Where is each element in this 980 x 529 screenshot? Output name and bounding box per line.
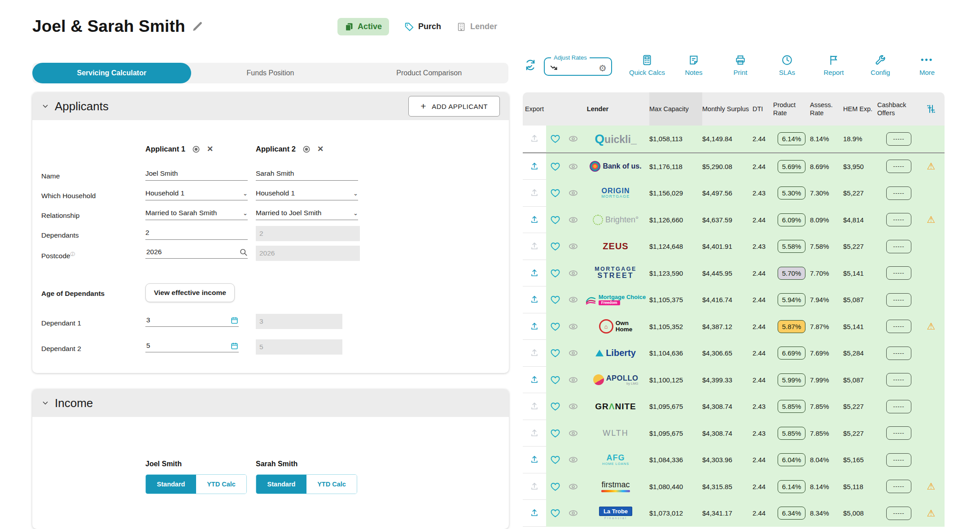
- cashback-offers-button[interactable]: -----: [886, 186, 912, 200]
- cashback-offers-button[interactable]: -----: [886, 480, 912, 493]
- remove-applicant1-icon[interactable]: ✕: [207, 144, 213, 154]
- export-button[interactable]: [523, 313, 546, 340]
- dependants-input-a1[interactable]: [145, 228, 248, 240]
- favorite-heart-icon[interactable]: [546, 340, 564, 367]
- trending-down-icon[interactable]: [549, 63, 559, 73]
- favorite-heart-icon[interactable]: [546, 180, 564, 207]
- product-rate-button[interactable]: 5.70%: [778, 267, 806, 280]
- tab-funds-position[interactable]: Funds Position: [191, 63, 350, 83]
- column-settings-icon[interactable]: [920, 104, 942, 114]
- household-select-a2[interactable]: Household 1⌄: [256, 188, 358, 200]
- cashback-offers-button[interactable]: -----: [886, 347, 912, 360]
- calendar-icon[interactable]: [230, 316, 239, 325]
- remove-applicant2-icon[interactable]: ✕: [317, 144, 324, 154]
- toggle-ytd-calc-a1[interactable]: YTD Calc: [196, 475, 246, 494]
- tab-servicing-calculator[interactable]: Servicing Calculator: [32, 63, 191, 83]
- column-header-product-rate[interactable]: Product Rate: [773, 92, 810, 126]
- cashback-offers-button[interactable]: -----: [886, 400, 912, 413]
- add-applicant-button[interactable]: + ADD APPLICANT: [408, 96, 500, 117]
- favorite-heart-icon[interactable]: [546, 126, 564, 152]
- visibility-eye-icon[interactable]: [564, 260, 582, 287]
- export-button[interactable]: [523, 447, 546, 473]
- search-icon[interactable]: [239, 248, 248, 256]
- cashback-offers-button[interactable]: -----: [886, 213, 912, 226]
- dependant2-age-input-a1[interactable]: [145, 341, 219, 350]
- column-header-dti[interactable]: DTI: [752, 92, 773, 126]
- product-rate-button[interactable]: 5.94%: [778, 293, 806, 306]
- toggle-standard-a2[interactable]: Standard: [256, 475, 306, 494]
- product-rate-button[interactable]: 6.69%: [778, 347, 806, 360]
- name-input-a2[interactable]: [256, 169, 358, 181]
- cashback-offers-button[interactable]: -----: [886, 453, 912, 467]
- cashback-offers-button[interactable]: -----: [886, 507, 912, 520]
- product-rate-button[interactable]: 5.87%: [778, 320, 806, 333]
- view-effective-income-button[interactable]: View effective income: [145, 283, 235, 302]
- household-select-a1[interactable]: Household 1⌄: [145, 188, 248, 200]
- cashback-offers-button[interactable]: -----: [886, 132, 912, 146]
- favorite-heart-icon[interactable]: [546, 447, 564, 473]
- relationship-select-a2[interactable]: Married to Joel Smith⌄: [256, 208, 358, 220]
- visibility-eye-icon[interactable]: [564, 367, 582, 394]
- visibility-eye-icon[interactable]: [564, 286, 582, 313]
- relationship-select-a1[interactable]: Married to Sarah Smith⌄: [145, 208, 248, 220]
- export-button[interactable]: [523, 233, 546, 260]
- export-button[interactable]: [523, 286, 546, 313]
- product-rate-button[interactable]: 5.69%: [778, 160, 806, 173]
- product-rate-button[interactable]: 5.99%: [778, 373, 806, 386]
- export-button[interactable]: [523, 153, 546, 180]
- postcode-input-a1[interactable]: [145, 247, 219, 256]
- visibility-eye-icon[interactable]: [564, 420, 582, 447]
- visibility-eye-icon[interactable]: [564, 340, 582, 367]
- visibility-eye-icon[interactable]: [564, 207, 582, 234]
- favorite-heart-icon[interactable]: [546, 260, 564, 287]
- favorite-heart-icon[interactable]: [546, 393, 564, 420]
- product-rate-button[interactable]: 6.04%: [778, 453, 806, 466]
- export-button[interactable]: [523, 473, 546, 500]
- cashback-offers-button[interactable]: -----: [886, 373, 912, 386]
- toggle-standard-a1[interactable]: Standard: [146, 475, 196, 494]
- dependant1-age-input-a1[interactable]: [145, 316, 219, 325]
- product-rate-button[interactable]: 6.14%: [778, 132, 806, 145]
- export-button[interactable]: [523, 260, 546, 287]
- edit-pencil-icon[interactable]: [192, 21, 203, 32]
- visibility-toggle-icon[interactable]: [192, 145, 201, 154]
- visibility-eye-icon[interactable]: [564, 500, 582, 527]
- column-header-cashback-offers[interactable]: Cashback Offers: [877, 92, 920, 126]
- cashback-offers-button[interactable]: -----: [886, 426, 912, 440]
- visibility-eye-icon[interactable]: [564, 126, 582, 152]
- product-rate-button[interactable]: 5.58%: [778, 240, 806, 253]
- tab-product-comparison[interactable]: Product Comparison: [350, 63, 508, 83]
- export-button[interactable]: [523, 500, 546, 527]
- favorite-heart-icon[interactable]: [546, 153, 564, 180]
- toolbar-more[interactable]: ••• More: [904, 54, 950, 76]
- export-button[interactable]: [523, 180, 546, 207]
- visibility-eye-icon[interactable]: [564, 473, 582, 500]
- gear-icon[interactable]: ⚙: [599, 64, 607, 73]
- favorite-heart-icon[interactable]: [546, 233, 564, 260]
- cashback-offers-button[interactable]: -----: [886, 266, 912, 280]
- export-button[interactable]: [523, 393, 546, 420]
- favorite-heart-icon[interactable]: [546, 313, 564, 340]
- visibility-eye-icon[interactable]: [564, 233, 582, 260]
- toolbar-quick-calcs[interactable]: Quick Calcs: [624, 54, 670, 76]
- visibility-eye-icon[interactable]: [564, 393, 582, 420]
- column-header-monthly-surplus[interactable]: Monthly Surplus: [702, 92, 752, 126]
- export-button[interactable]: [523, 420, 546, 447]
- export-button[interactable]: [523, 367, 546, 394]
- product-rate-button[interactable]: 6.09%: [778, 213, 806, 226]
- visibility-eye-icon[interactable]: [564, 447, 582, 473]
- export-button[interactable]: [523, 126, 546, 152]
- name-input-a1[interactable]: [145, 169, 248, 181]
- product-rate-button[interactable]: 6.14%: [778, 480, 806, 493]
- visibility-eye-icon[interactable]: [564, 313, 582, 340]
- export-button[interactable]: [523, 207, 546, 234]
- visibility-eye-icon[interactable]: [564, 153, 582, 180]
- toolbar-report[interactable]: Report: [810, 54, 857, 76]
- column-header-hem-exp[interactable]: HEM Exp.: [843, 92, 877, 126]
- cashback-offers-button[interactable]: -----: [886, 293, 912, 307]
- toolbar-print[interactable]: Print: [717, 54, 764, 76]
- product-rate-button[interactable]: 6.34%: [778, 507, 806, 520]
- toolbar-config[interactable]: Config: [857, 54, 904, 76]
- visibility-toggle-icon[interactable]: [302, 145, 311, 154]
- sync-icon[interactable]: [524, 59, 537, 71]
